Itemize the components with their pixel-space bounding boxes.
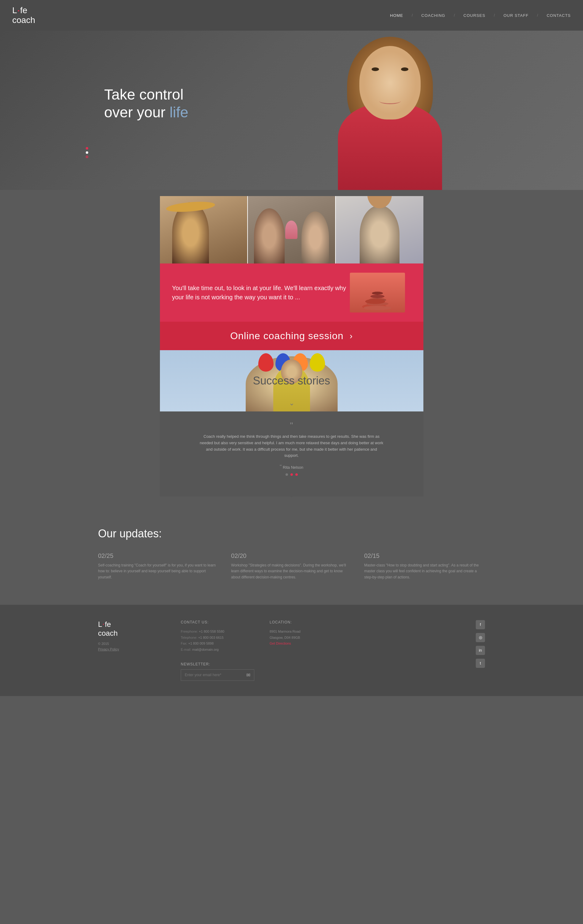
newsletter-input-row: ✉ [181,670,254,681]
update-item-2: 02/20 Workshop "Strategies of making dec… [231,553,352,580]
updates-title: Our updates: [98,527,485,540]
nav-sep-2: / [454,13,455,18]
hero-text: Take control over your life [104,86,188,121]
testimonial-dots [172,474,411,476]
footer-location-col: LOCATION: 8901 Marmora Road Glasgow, D04… [269,620,349,681]
testimonial-dot-1[interactable] [286,474,288,476]
newsletter-submit-button[interactable]: ✉ [243,670,254,680]
footer-logo: L ● fe coach [98,620,172,638]
online-coaching-button[interactable]: Online coaching session › [160,322,423,350]
update-date-3: 02/15 [364,553,485,559]
image-cell-2 [248,196,335,264]
testimonial-author: " Rita Nelson [172,464,411,470]
promo-text: You'll take time out, to look in at your… [172,284,350,302]
hero-section: Take control over your life [0,31,583,190]
footer-contact-freephone: Freephone: +1 800 558 5580 [181,629,260,635]
header: L ● fe coach HOME / COACHING / COURSES /… [0,0,583,31]
social-twitter-icon[interactable]: t [476,659,485,668]
email-icon: ✉ [246,673,250,678]
social-facebook-icon[interactable]: f [476,620,485,629]
center-card: You'll take time out, to look in at your… [160,196,423,411]
nav-sep-4: / [537,13,538,18]
testimonial-dot-2[interactable] [291,474,293,476]
success-stories-section: Success stories ⌄ [160,350,423,411]
nav-courses[interactable]: COURSES [464,13,485,18]
nav-coaching[interactable]: COACHING [421,13,445,18]
triangle-container [160,482,423,497]
update-item-1: 02/25 Self-coaching training "Coach for … [98,553,219,580]
nav-dot-3[interactable] [86,156,88,158]
update-date-2: 02/20 [231,553,352,559]
update-date-1: 02/25 [98,553,219,559]
nav-our-staff[interactable]: OUR STAFF [503,13,528,18]
newsletter-section: NEWSLETTER: ✉ [181,662,260,681]
image-grid [160,196,423,264]
hero-background [0,31,583,190]
footer-contact-col: CONTACT US: Freephone: +1 800 558 5580 T… [181,620,260,681]
nav-sep-1: / [412,13,413,18]
testimonial-dot-3[interactable] [295,474,298,476]
image-cell-1 [160,196,247,264]
hero-headline-1: Take control [104,86,183,102]
update-item-3: 02/15 Master-class "How to stop doubting… [364,553,485,580]
face [359,46,421,119]
coaching-btn-label: Online coaching session [230,330,344,342]
coaching-btn-chevron: › [350,331,353,341]
image-cell-3 [336,196,423,264]
footer-privacy-link[interactable]: Privacy Policy [98,647,172,651]
footer-contact-fax: Fax: +1 800 009 5898 [181,640,260,647]
success-title: Success stories [253,375,330,387]
hero-dots-nav[interactable] [86,147,88,158]
footer-location-title: LOCATION: [269,620,349,624]
footer-logo-col: L ● fe coach © 2015 Privacy Policy [98,620,172,681]
newsletter-label: NEWSLETTER: [181,662,260,667]
logo-line1: L ● fe [12,5,35,15]
footer-grid: L ● fe coach © 2015 Privacy Policy CONTA… [98,620,485,681]
left-eye [372,68,379,71]
logo-dot: ● [18,9,20,12]
updates-section: Our updates: 02/25 Self-coaching trainin… [0,509,583,605]
social-instagram-icon[interactable]: ◎ [476,633,485,642]
main-nav: HOME / COACHING / COURSES / OUR STAFF / … [390,13,571,18]
footer-contact-title: CONTACT US: [181,620,260,624]
mouth [379,98,401,104]
testimonial-section: " Coach really helped me think through t… [160,411,423,482]
update-text-1: Self-coaching training "Coach for yourse… [98,563,219,580]
update-text-2: Workshop "Strategies of making decisions… [231,563,352,580]
quote-mark: " [172,421,411,431]
hero-portrait [320,31,461,190]
right-eye [401,68,408,71]
main-content: You'll take time out, to look in at your… [0,190,583,509]
footer: L ● fe coach © 2015 Privacy Policy CONTA… [0,605,583,696]
footer-directions-link[interactable]: Get Directions [269,642,291,645]
hero-headline-highlight: life [169,104,188,120]
social-icons: f ◎ in t [358,620,485,681]
newsletter-email-input[interactable] [181,670,243,680]
footer-contact-email: E-mail: mail@domain.org [181,647,260,653]
social-linkedin-icon[interactable]: in [476,646,485,655]
triangle-decoration [261,482,322,497]
footer-copyright: © 2015 [98,642,172,645]
footer-contact-telephone: Telephone: +1 800 003 6615 [181,635,260,641]
success-arrow[interactable]: ⌄ [289,399,294,407]
stones-image [350,273,405,312]
footer-address: 8901 Marmora Road Glasgow, D04 89GB Get … [269,629,349,647]
footer-logo-dot: ● [102,623,104,626]
nav-dot-2[interactable] [86,151,88,154]
nav-dot-1[interactable] [86,147,88,150]
logo: L ● fe coach [12,5,35,25]
nav-contacts[interactable]: CONTACTS [547,13,571,18]
hero-headline-2: over your [104,104,169,120]
updates-grid: 02/25 Self-coaching training "Coach for … [98,553,485,580]
promo-section: You'll take time out, to look in at your… [160,264,423,322]
testimonial-text: Coach really helped me think through thi… [200,434,383,459]
nav-home[interactable]: HOME [390,13,403,18]
logo-line2: coach [12,15,35,25]
update-text-3: Master-class "How to stop doubting and s… [364,563,485,580]
nav-sep-3: / [494,13,495,18]
